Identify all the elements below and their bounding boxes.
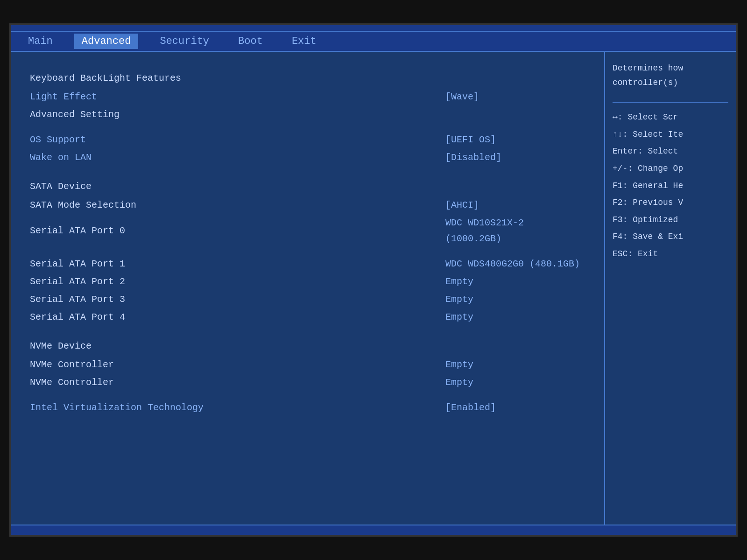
setting-value: Empty <box>445 274 585 290</box>
spacer <box>30 124 585 131</box>
spacer <box>30 248 585 255</box>
setting-label: Advanced Setting <box>30 107 120 123</box>
help-key: F3: Optimized <box>613 213 728 227</box>
setting-value: Empty <box>445 375 585 391</box>
section-header: Keyboard BackLight Features <box>30 70 585 86</box>
setting-row: Serial ATA Port 1WDC WDS480G2G0 (480.1GB… <box>30 255 585 273</box>
nav-item-boot[interactable]: Boot <box>231 34 270 49</box>
setting-value: Empty <box>445 309 585 325</box>
setting-row: NVMe ControllerEmpty <box>30 356 585 374</box>
setting-value: Empty <box>445 292 585 308</box>
setting-row: NVMe ControllerEmpty <box>30 374 585 392</box>
nav-item-security[interactable]: Security <box>152 34 217 49</box>
section-header: SATA Device <box>30 179 585 195</box>
setting-label: Serial ATA Port 4 <box>30 309 125 325</box>
setting-value: [Wave] <box>445 89 585 105</box>
title-bar <box>11 25 736 32</box>
help-key: Enter: Select <box>613 144 728 159</box>
setting-row[interactable]: Light Effect[Wave] <box>30 88 585 106</box>
setting-row[interactable]: Wake on LAN[Disabled] <box>30 149 585 167</box>
help-description: Determines how controller(s) <box>613 61 728 90</box>
setting-value: WDC WD10S21X-2(1000.2GB) <box>445 215 585 247</box>
help-panel: Determines how controller(s) ↔: Select S… <box>605 52 736 525</box>
setting-label: Light Effect <box>30 89 97 105</box>
setting-row: Serial ATA Port 2Empty <box>30 273 585 291</box>
content-area: Keyboard BackLight FeaturesLight Effect[… <box>11 52 736 525</box>
setting-label: Serial ATA Port 1 <box>30 256 125 272</box>
setting-value: [Disabled] <box>445 150 585 166</box>
setting-row: Serial ATA Port 4Empty <box>30 308 585 326</box>
help-key: ↔: Select Scr <box>613 110 728 125</box>
nav-item-advanced[interactable]: Advanced <box>74 34 139 49</box>
setting-row[interactable]: Intel Virtualization Technology[Enabled] <box>30 399 585 417</box>
setting-row: Advanced Setting <box>30 106 585 124</box>
spacer <box>30 392 585 399</box>
setting-row: SATA Mode Selection[AHCI] <box>30 196 585 214</box>
setting-value: Empty <box>445 357 585 373</box>
setting-row[interactable]: OS Support[UEFI OS] <box>30 131 585 149</box>
setting-label: SATA Mode Selection <box>30 197 136 213</box>
setting-label: Serial ATA Port 3 <box>30 292 125 308</box>
nav-item-exit[interactable]: Exit <box>284 34 324 49</box>
help-key: ESC: Exit <box>613 247 728 261</box>
setting-row: Serial ATA Port 0WDC WD10S21X-2(1000.2GB… <box>30 214 585 248</box>
main-panel: Keyboard BackLight FeaturesLight Effect[… <box>11 52 605 525</box>
nav-bar: MainAdvancedSecurityBootExit <box>11 32 736 52</box>
setting-label: Intel Virtualization Technology <box>30 400 204 416</box>
setting-value: WDC WDS480G2G0 (480.1GB) <box>445 256 585 272</box>
setting-label: Serial ATA Port 2 <box>30 274 125 290</box>
help-key: ↑↓: Select Ite <box>613 127 728 142</box>
help-divider <box>613 102 728 103</box>
help-key: F2: Previous V <box>613 196 728 210</box>
setting-value: [AHCI] <box>445 197 585 213</box>
section-header: NVMe Device <box>30 338 585 354</box>
setting-value: [UEFI OS] <box>445 132 585 148</box>
setting-label: Wake on LAN <box>30 150 92 166</box>
setting-label: Serial ATA Port 0 <box>30 223 125 239</box>
setting-row: Serial ATA Port 3Empty <box>30 291 585 308</box>
setting-label: OS Support <box>30 132 86 148</box>
setting-label: NVMe Controller <box>30 357 114 373</box>
setting-label: NVMe Controller <box>30 375 114 391</box>
spacer <box>30 326 585 334</box>
help-key: +/-: Change Op <box>613 161 728 176</box>
footer-bar <box>11 525 736 535</box>
spacer <box>30 167 585 174</box>
bios-screen: MainAdvancedSecurityBootExit Keyboard Ba… <box>9 23 738 537</box>
nav-item-main[interactable]: Main <box>21 34 60 49</box>
setting-value: [Enabled] <box>445 400 585 416</box>
help-key: F1: General He <box>613 179 728 193</box>
help-key: F4: Save & Exi <box>613 230 728 244</box>
